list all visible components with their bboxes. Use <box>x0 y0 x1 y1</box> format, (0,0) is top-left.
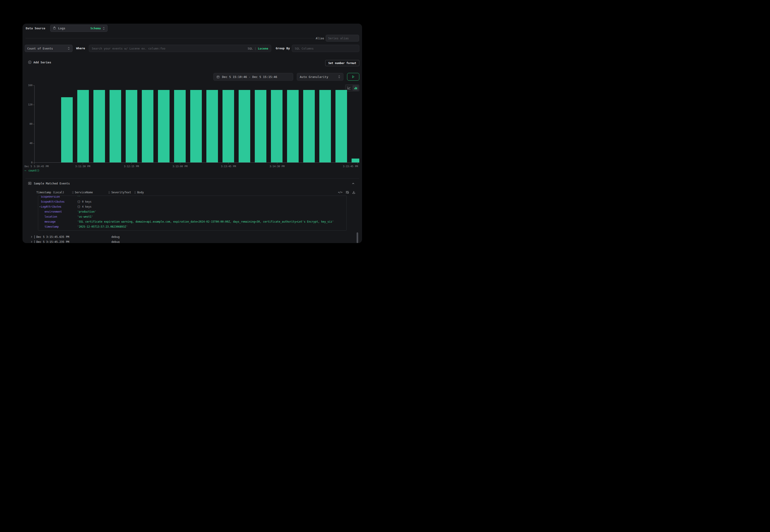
chart-bar[interactable] <box>303 90 315 162</box>
top-divider <box>25 38 314 38</box>
x-axis-tick-label: 3:14:30 PM <box>269 165 284 168</box>
chart-bar[interactable] <box>77 90 89 162</box>
braces-icon: {} <box>77 200 80 203</box>
aggregate-select[interactable]: Count of Events <box>25 45 72 52</box>
chart-bar[interactable] <box>190 90 202 162</box>
run-query-button[interactable] <box>347 73 359 81</box>
where-label: Where <box>76 47 85 50</box>
set-number-format-button[interactable]: Set number format <box>325 60 359 66</box>
attribute-row[interactable]: timestamp"2025-12-05T13:57:23.082306893Z… <box>38 224 346 229</box>
chart-bar[interactable] <box>61 97 73 162</box>
y-axis-tick-label: 0 <box>22 161 32 164</box>
set-number-format-label: Set number format <box>328 62 356 65</box>
data-source-label: Data Source <box>26 27 45 30</box>
attribute-row[interactable]: location"us-west1" <box>38 214 346 219</box>
events-section-header: Sample Matched Events <box>28 181 70 185</box>
x-axis-tick <box>357 163 358 164</box>
expanded-row-attributes[interactable]: ScopeVersion""ScopeAttributes{} 0 keys▾L… <box>38 196 346 231</box>
chevron-up-down-icon <box>338 75 340 78</box>
chart-bar[interactable] <box>174 90 186 162</box>
chart-bar[interactable] <box>126 90 137 162</box>
chart-bar[interactable] <box>158 90 169 162</box>
lucene-toggle-option[interactable]: Lucene <box>258 47 268 50</box>
query-language-toggle[interactable]: SQL | Lucene <box>248 47 268 50</box>
legend-series-label: count() <box>28 169 39 172</box>
x-axis-tick-label: 3:11:30 PM <box>75 165 90 168</box>
attribute-key: ScopeAttributes <box>38 200 65 203</box>
severity-indicator <box>34 240 35 243</box>
chart-bar[interactable] <box>142 90 153 162</box>
chevron-right-icon[interactable] <box>30 236 33 238</box>
chart-bar[interactable] <box>351 159 359 162</box>
chart-bar[interactable] <box>319 90 331 162</box>
event-timestamp: Dec 5 3:15:45.235 PM <box>36 239 69 243</box>
column-header[interactable]: Body <box>137 191 144 194</box>
sql-toggle-option[interactable]: SQL <box>248 47 253 50</box>
add-series-button[interactable]: Add Series <box>28 60 51 64</box>
chart-bar[interactable] <box>206 90 218 162</box>
download-icon[interactable] <box>352 191 355 194</box>
column-header[interactable]: SeverityText <box>111 191 131 194</box>
y-axis-tick-label: 160 <box>22 84 32 87</box>
chart-bar[interactable] <box>109 90 121 162</box>
attribute-row[interactable]: message"SSL certificate expiration warni… <box>38 219 346 224</box>
attribute-value: "us-west1" <box>77 214 344 219</box>
column-header[interactable]: ServiceName <box>75 191 93 194</box>
schema-link[interactable]: Schema <box>90 27 101 30</box>
x-axis-tick <box>131 163 132 164</box>
database-icon <box>53 27 56 30</box>
app-background: Data Source Logs Schema Alias Series ali… <box>0 0 385 266</box>
search-input[interactable]: Search your events w/ Lucene ex. column:… <box>89 45 271 52</box>
chart-bar[interactable] <box>335 90 347 162</box>
group-by-input[interactable]: SQL Columns <box>292 45 359 52</box>
chart-bar[interactable] <box>239 90 250 162</box>
column-drag-handle-icon[interactable] <box>72 191 74 194</box>
data-source-select[interactable]: Logs Schema <box>50 25 107 32</box>
y-axis-tick <box>33 143 34 144</box>
attribute-value: "" <box>77 196 344 199</box>
y-axis-tick <box>33 85 34 86</box>
alias-placeholder: Series alias <box>328 37 348 40</box>
chevron-right-icon[interactable] <box>30 241 33 243</box>
vertical-scrollbar-thumb[interactable] <box>356 232 358 243</box>
alias-input[interactable]: Series alias <box>326 35 359 42</box>
attribute-row[interactable]: ScopeAttributes{} 0 keys <box>38 199 346 204</box>
chart-bar[interactable] <box>287 90 299 162</box>
chart-plot-area[interactable] <box>34 85 359 163</box>
event-row[interactable]: Dec 5 3:15:45.635 PMdebug <box>22 234 362 239</box>
attribute-value: "production" <box>77 209 344 214</box>
list-icon <box>28 181 32 185</box>
x-axis-tick <box>83 163 83 164</box>
y-axis-tick-label: 120 <box>22 103 32 106</box>
chart-bar[interactable] <box>222 90 234 162</box>
triangle-down-icon[interactable]: ▾ <box>39 204 40 209</box>
collapse-chevron-icon[interactable] <box>351 182 355 185</box>
time-range-picker[interactable]: Dec 5 15:10:46 - Dec 5 15:15:46 <box>213 73 293 81</box>
y-axis-tick <box>33 124 34 124</box>
y-axis-tick <box>33 105 34 105</box>
chevron-up-down-icon <box>67 47 70 50</box>
wrap-text-icon[interactable] <box>345 191 349 194</box>
chart-bar[interactable] <box>93 90 105 162</box>
y-axis-tick <box>33 163 34 163</box>
legend-swatch: — <box>25 169 26 172</box>
granularity-select[interactable]: Auto Granularity <box>297 73 343 81</box>
event-row[interactable]: Dec 5 3:15:45.235 PMdebug <box>22 239 362 243</box>
chevron-up-down-icon <box>102 27 105 30</box>
events-section-title: Sample Matched Events <box>34 182 70 185</box>
chart-legend[interactable]: — count() <box>25 169 40 172</box>
column-drag-handle-icon[interactable] <box>134 191 136 194</box>
x-axis-tick-label: 3:13:45 PM <box>221 165 236 168</box>
braces-icon: {} <box>77 205 80 208</box>
attribute-row[interactable]: ▾LogAttributes{} 4 keys <box>38 204 346 209</box>
attribute-row[interactable]: ScopeVersion"" <box>38 196 346 199</box>
time-range-value: Dec 5 15:10:46 - Dec 5 15:15:46 <box>222 75 277 79</box>
code-view-icon[interactable]: </> <box>338 191 342 194</box>
chart-bar[interactable] <box>255 90 266 162</box>
attribute-row[interactable]: environment"production" <box>38 209 346 214</box>
chart-bar[interactable] <box>271 90 282 162</box>
plus-circle-icon <box>28 60 32 64</box>
column-header[interactable]: Timestamp (Local) <box>36 191 64 194</box>
x-axis-tick-label: 3:12:15 PM <box>124 165 139 168</box>
column-drag-handle-icon[interactable] <box>108 191 110 194</box>
